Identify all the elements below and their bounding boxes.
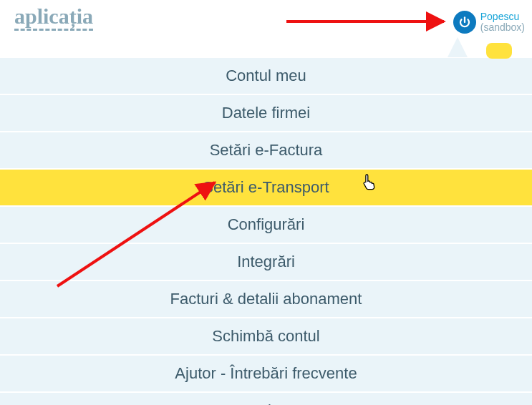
header: aplicația Popescu (sandbox)	[0, 0, 532, 57]
menu-item-help[interactable]: Ajutor - Întrebări frecvente	[0, 355, 532, 392]
power-icon	[453, 11, 476, 34]
menu-item-integrations[interactable]: Integrări	[0, 243, 532, 280]
user-menu-trigger[interactable]: Popescu (sandbox)	[453, 11, 525, 34]
menu-item-account[interactable]: Contul meu	[0, 57, 532, 94]
user-name: Popescu	[480, 11, 519, 22]
menu-item-label: Configurări	[228, 215, 305, 233]
app-logo-top: aplicația	[14, 6, 93, 31]
menu-item-label: Setări e-Factura	[210, 141, 323, 159]
menu-item-label: Datele firmei	[222, 104, 310, 122]
menu-bubble-tail-inner	[450, 39, 467, 57]
menu-item-label: Facturi & detalii abonament	[170, 290, 362, 308]
header-accent-chip	[486, 43, 512, 59]
menu-item-switch[interactable]: Schimbă contul	[0, 318, 532, 355]
menu-item-label: Integrări	[237, 253, 295, 270]
menu-item-efactura[interactable]: Setări e-Factura	[0, 132, 532, 169]
menu-item-billing[interactable]: Facturi & detalii abonament	[0, 280, 532, 318]
menu-item-config[interactable]: Configurări	[0, 206, 532, 243]
menu-item-logout[interactable]: Ieșire	[0, 392, 532, 405]
menu-item-etransport[interactable]: Setări e-Transport	[0, 169, 532, 206]
menu-item-label: Setări e-Transport	[203, 178, 329, 196]
menu-item-label: Ajutor - Întrebări frecvente	[175, 364, 357, 382]
menu-item-company[interactable]: Datele firmei	[0, 94, 532, 132]
menu-item-label: Schimbă contul	[212, 327, 319, 345]
user-label: Popescu (sandbox)	[480, 11, 525, 34]
menu-item-label: Contul meu	[226, 67, 306, 84]
user-sub: (sandbox)	[480, 21, 525, 33]
menu-item-label: Ieșire	[247, 401, 286, 405]
user-dropdown-menu: Contul meu Datele firmei Setări e-Factur…	[0, 57, 532, 405]
